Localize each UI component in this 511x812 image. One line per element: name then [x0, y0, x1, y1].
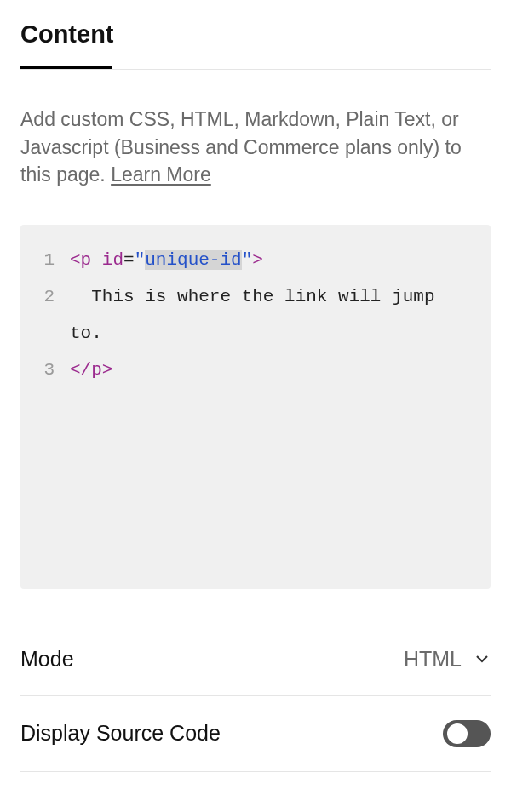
toggle-knob — [447, 723, 468, 744]
line-number: 2 — [36, 278, 70, 315]
mode-value: HTML — [404, 647, 462, 672]
tab-content[interactable]: Content — [20, 20, 114, 69]
code-content: <p id="unique-id"> — [70, 242, 475, 278]
display-source-toggle[interactable] — [443, 720, 491, 747]
line-number: 1 — [36, 242, 70, 278]
description-body: Add custom CSS, HTML, Markdown, Plain Te… — [20, 108, 462, 186]
code-editor[interactable]: 1 <p id="unique-id"> 2 This is where the… — [20, 225, 491, 589]
mode-dropdown[interactable]: HTML — [404, 647, 491, 672]
display-source-label: Display Source Code — [20, 721, 221, 746]
mode-setting-row[interactable]: Mode HTML — [20, 623, 491, 696]
tab-bar: Content — [20, 20, 491, 70]
code-line: 1 <p id="unique-id"> — [36, 242, 475, 278]
code-content: </p> — [70, 352, 475, 388]
code-line: 2 This is where the link will jump to. — [36, 278, 475, 352]
learn-more-link[interactable]: Learn More — [111, 163, 211, 186]
display-source-setting-row: Display Source Code — [20, 696, 491, 772]
mode-label: Mode — [20, 647, 74, 672]
line-number: 3 — [36, 352, 70, 388]
code-content: This is where the link will jump to. — [70, 278, 475, 352]
chevron-down-icon — [474, 650, 491, 667]
description-text: Add custom CSS, HTML, Markdown, Plain Te… — [20, 106, 491, 189]
code-line: 3 </p> — [36, 352, 475, 388]
